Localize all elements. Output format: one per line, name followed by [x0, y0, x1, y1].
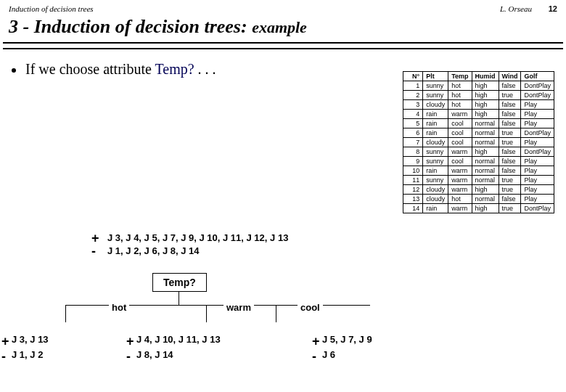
branch-hot: hot: [109, 302, 129, 313]
table-row: 14rainwarmhightrueDontPlay: [403, 204, 554, 213]
col-header: Wind: [499, 72, 521, 81]
table-row: 6raincoolnormaltrueDontPlay: [403, 128, 554, 138]
branch-cool: cool: [298, 302, 323, 313]
root-positive: J 3, J 4, J 5, J 7, J 9, J 10, J 11, J 1…: [107, 232, 288, 243]
table-row: 3cloudyhothighfalsePlay: [403, 100, 554, 110]
slide-header: Induction of decision trees L. Orseau 12: [0, 0, 566, 13]
table-row: 4rainwarmhighfalsePlay: [403, 110, 554, 119]
table-row: 5raincoolnormalfalsePlay: [403, 119, 554, 128]
split-node: Temp?: [152, 273, 207, 292]
author: L. Orseau: [500, 4, 532, 13]
col-header: Temp: [448, 72, 472, 81]
bullet-icon: [12, 68, 16, 73]
leaf-warm: +J 4, J 10, J 11, J 13 -J 8, J 14: [126, 334, 221, 364]
table-row: 12cloudywarmhightruePlay: [403, 185, 554, 195]
page-number: 12: [549, 4, 557, 13]
data-table: N°PltTempHumidWindGolf 1sunnyhothighfals…: [403, 71, 554, 213]
table-row: 8sunnywarmhighfalseDontPlay: [403, 147, 554, 157]
leaf-hot: +J 3, J 13 -J 1, J 2: [1, 334, 49, 364]
col-header: Humid: [472, 72, 499, 81]
col-header: Golf: [521, 72, 554, 81]
branch-warm: warm: [223, 302, 254, 313]
col-header: Plt: [423, 72, 448, 81]
table-row: 11sunnywarmnormaltruePlay: [403, 176, 554, 185]
table-row: 1sunnyhothighfalseDontPlay: [403, 81, 554, 91]
title-rule: [3, 42, 563, 49]
root-negative: J 1, J 2, J 6, J 8, J 14: [107, 245, 199, 256]
slide-title: 3 - Induction of decision trees: example: [0, 13, 566, 42]
topic: Induction of decision trees: [9, 4, 94, 13]
table-row: 9sunnycoolnormalfalsePlay: [403, 157, 554, 166]
col-header: N°: [403, 72, 423, 81]
table-row: 7cloudycoolnormaltruePlay: [403, 138, 554, 147]
table-row: 10rainwarmnormalfalsePlay: [403, 166, 554, 176]
table-row: 13cloudyhotnormalfalsePlay: [403, 195, 554, 204]
table-row: 2sunnyhothightrueDontPlay: [403, 91, 554, 100]
leaf-cool: +J 5, J 7, J 9 -J 6: [312, 334, 372, 364]
